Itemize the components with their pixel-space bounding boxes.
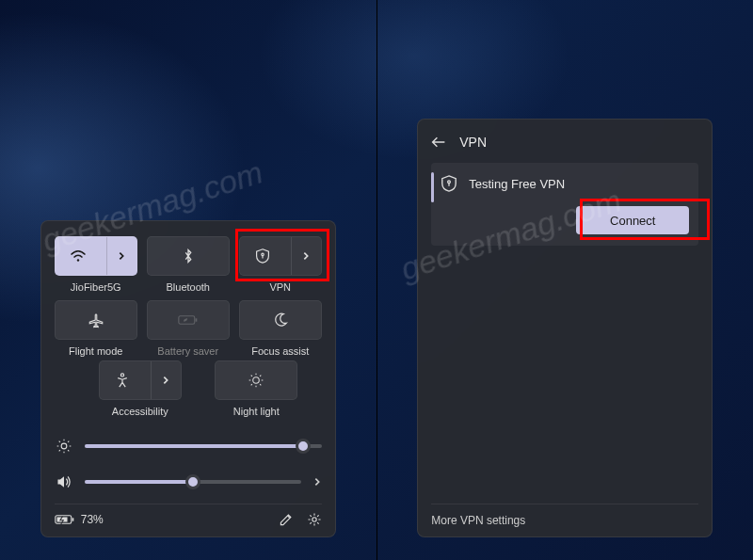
vpn-connection-name: Testing Free VPN bbox=[469, 177, 565, 191]
shield-icon bbox=[441, 174, 457, 193]
battery-icon bbox=[55, 514, 75, 525]
bluetooth-icon bbox=[183, 248, 194, 264]
volume-slider-row bbox=[55, 473, 322, 490]
vpn-icon bbox=[240, 237, 285, 275]
brightness-icon bbox=[55, 438, 73, 455]
brightness-slider[interactable] bbox=[85, 444, 322, 448]
vpn-label: VPN bbox=[269, 281, 291, 293]
vpn-connection-item[interactable]: Testing Free VPN Connect bbox=[431, 163, 698, 246]
airplane-icon bbox=[88, 312, 104, 328]
night-light-tile[interactable] bbox=[215, 360, 297, 400]
vpn-expand[interactable] bbox=[291, 237, 321, 275]
svg-rect-3 bbox=[195, 318, 197, 321]
night-light-icon bbox=[248, 372, 264, 389]
focus-assist-tile[interactable] bbox=[239, 300, 322, 340]
wifi-icon bbox=[56, 237, 101, 275]
wifi-expand[interactable] bbox=[106, 237, 136, 275]
bluetooth-label: Bluetooth bbox=[167, 281, 210, 293]
settings-icon[interactable] bbox=[307, 512, 322, 527]
bluetooth-tile[interactable] bbox=[147, 236, 230, 276]
volume-expand[interactable] bbox=[312, 477, 322, 487]
accessibility-expand[interactable] bbox=[151, 361, 181, 399]
svg-point-4 bbox=[120, 374, 123, 376]
night-light-label: Night light bbox=[233, 406, 280, 417]
svg-point-6 bbox=[61, 443, 67, 449]
svg-point-1 bbox=[262, 253, 264, 255]
flight-mode-label: Flight mode bbox=[69, 345, 122, 357]
battery-percent: 73% bbox=[81, 513, 104, 526]
more-vpn-settings-link[interactable]: More VPN settings bbox=[431, 504, 698, 527]
battery-saver-label: Battery saver bbox=[157, 345, 218, 357]
battery-status[interactable]: 73% bbox=[55, 513, 104, 526]
connect-button[interactable]: Connect bbox=[576, 206, 689, 234]
svg-point-5 bbox=[253, 377, 260, 384]
brightness-slider-row bbox=[55, 438, 322, 455]
battery-leaf-icon bbox=[178, 313, 199, 327]
svg-point-11 bbox=[448, 181, 451, 184]
accessibility-label: Accessibility bbox=[112, 406, 168, 417]
svg-point-10 bbox=[312, 518, 316, 521]
vpn-panel-title: VPN bbox=[459, 135, 487, 150]
volume-slider[interactable] bbox=[85, 480, 301, 484]
wifi-label: JioFiber5G bbox=[71, 281, 121, 293]
wifi-tile[interactable] bbox=[55, 236, 137, 276]
svg-point-0 bbox=[77, 259, 79, 261]
vpn-tile[interactable] bbox=[239, 236, 322, 276]
back-icon[interactable] bbox=[431, 136, 446, 149]
battery-saver-tile[interactable] bbox=[147, 300, 230, 340]
vpn-panel: VPN Testing Free VPN Connect More VPN se… bbox=[417, 119, 713, 537]
edit-icon[interactable] bbox=[279, 512, 294, 527]
moon-icon bbox=[273, 312, 288, 328]
accessibility-icon bbox=[100, 361, 145, 399]
svg-rect-8 bbox=[72, 518, 73, 520]
flight-mode-tile[interactable] bbox=[55, 300, 137, 340]
quick-settings-panel: JioFiber5G Bluetooth bbox=[40, 220, 336, 537]
accessibility-tile[interactable] bbox=[99, 360, 182, 400]
focus-assist-label: Focus assist bbox=[251, 345, 309, 357]
volume-icon bbox=[55, 473, 73, 490]
